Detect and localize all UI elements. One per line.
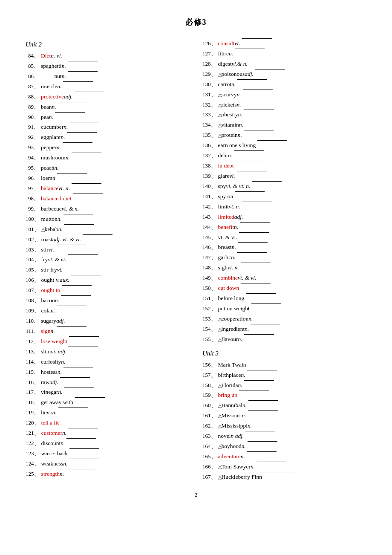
entry-num: 131、 [202,90,216,99]
entry-pos: adj. vt. & vi. [52,235,81,244]
entry-word: ought to [41,286,190,295]
list-item: 104、fry vt. & vi. [26,255,190,264]
entry-pos: n. [54,164,58,173]
entry-pos: n. [66,153,70,162]
triangle-marker: △ [41,226,45,233]
entry-word: garlic n. [218,253,367,262]
entry-word: slim vi. adj. [41,347,190,356]
entry-word: consult vt. [218,39,367,48]
entry-num: 118、 [26,398,39,407]
answer-blank [83,234,112,235]
answer-blank [244,110,274,110]
answer-blank [64,51,94,51]
word-main: stir-fry [41,266,57,275]
entry-num: 89、 [26,103,39,111]
answer-blank [252,181,282,182]
list-item: 116、raw adj. [26,378,190,387]
answer-blank [242,38,272,39]
entry-num: 164、 [202,442,216,451]
list-item: 167、△Huckleberry Finn [202,473,366,482]
entry-pos: aux. [60,276,69,285]
word-main: debt [218,151,228,160]
list-item: 166、△Tom Sawyer n. [202,462,366,471]
entry-num: 166、 [202,462,216,471]
left-entries: 84、Diet n. vi. 85、spaghetti n. 86、 nut n… [26,52,190,479]
answer-blank [254,421,283,421]
word-main: spy on [218,192,233,201]
answer-blank [73,194,103,194]
word-main: fibre [218,49,229,58]
list-item: 88、protective adj. [26,92,190,101]
word-main: novel [218,432,231,441]
word-main: eggplant [41,133,61,142]
answer-blank [239,232,269,233]
answer-blank [237,252,267,253]
word-main: flavour [222,335,238,344]
entry-word: vinegar n. [41,388,190,397]
list-item: 89、bean n. [26,103,190,112]
list-item: 155、△flavour n. [202,335,366,344]
word-main: vitamin [222,121,239,130]
word-main: stir [41,246,49,254]
word-main: limited [218,213,234,222]
entry-word: sugary adj. [41,317,190,326]
entry-pos: n. [61,133,65,142]
answer-blank [75,92,104,92]
entry-word: △kebab n. [41,225,190,234]
entry-num: 114、 [26,358,39,366]
entry-word: glare vi. [218,172,367,181]
answer-blank [67,316,97,316]
entry-num: 100、 [26,215,40,223]
entry-num: 158、 [202,381,216,390]
entry-num: 123、 [26,449,40,458]
answer-blank [67,357,97,357]
entry-pos: n. [49,113,53,122]
entry-num: 117、 [26,388,39,396]
entry-pos: n. [238,335,242,344]
entry-word: barbecue vt. & n. [41,205,190,214]
list-item: 133、△obesity n. [202,110,366,119]
word-main: mutton [41,215,58,224]
answer-blank [64,224,94,225]
entry-word: Mark Twain [218,361,367,370]
entry-word: △Mississippi n. [218,422,367,431]
answer-blank [63,214,93,214]
entry-pos: n. [55,296,59,305]
list-item: 118、get away with [26,398,190,407]
word-main: digest [218,60,232,69]
entry-num: 85、 [26,62,39,70]
entry-num: 167、 [202,473,216,481]
entry-num: 130、 [202,80,216,89]
entry-word: △Florida n. [218,381,367,390]
entry-num: 160、 [202,401,216,410]
triangle-marker: △ [218,412,222,419]
entry-word: △Missouri n. [218,411,367,420]
word-main: benefit [218,223,234,232]
entry-word: get away with [41,398,190,407]
word-main: cooperation [222,315,249,324]
word-main: bring up [218,391,237,400]
answer-blank [243,100,273,100]
list-item: 106、ought v. aux. [26,276,190,285]
answer-blank [69,122,99,122]
entry-word: lose weight [41,337,190,346]
entry-word: muscle n. [41,82,190,91]
entry-word: bacon n. [41,296,190,305]
entry-num: 153、 [202,315,216,323]
entry-pos: n. [62,72,66,81]
answer-blank [63,142,92,143]
list-item: 120、tell a lie [26,419,190,428]
entry-num: 92、 [26,133,39,142]
entry-num: 110、 [26,317,39,325]
entry-num: 113、 [26,347,39,356]
word-main: vt. & vi. [218,233,237,242]
word-main: rickets [222,101,237,110]
entry-num: 161、 [202,411,216,420]
answer-blank [63,81,93,82]
entry-word: △scurvy n. [218,90,367,99]
list-item: 87、muscle n. [26,82,190,91]
list-item: 148、sigh vi. n. [202,263,366,272]
triangle-marker: △ [218,315,222,323]
answer-blank [57,326,86,327]
entry-pos: vt. [57,266,63,275]
